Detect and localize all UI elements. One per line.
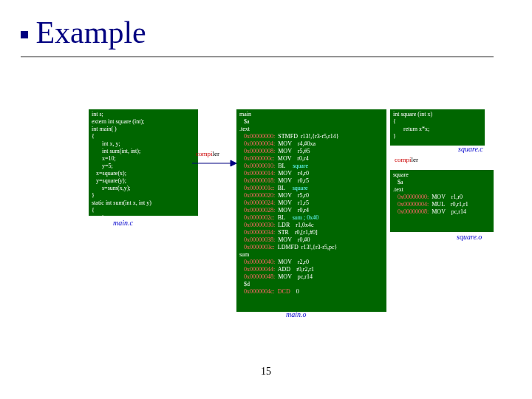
source-square-c: int square (int x) { return x*x; } xyxy=(390,109,485,146)
title-underline xyxy=(21,55,494,57)
source-main-c: int s; extern int square (int); int main… xyxy=(89,109,198,216)
slide-title: Example xyxy=(35,16,146,50)
label-main-o: main.o xyxy=(286,310,307,318)
compiler-arrow-icon xyxy=(192,159,236,168)
label-square-c: square.c xyxy=(458,145,483,153)
compiler-label-2: compiler xyxy=(395,156,418,163)
assembly-main-o: main $a .text 0x00000000: STMFD r13!,{r3… xyxy=(236,109,386,312)
title-bar: Example xyxy=(21,15,511,66)
slide: Example int s; extern int square (int); … xyxy=(0,0,532,399)
svg-marker-1 xyxy=(231,160,236,166)
label-main-c: main.c xyxy=(113,219,133,227)
label-square-o: square.o xyxy=(457,233,482,241)
assembly-square-o: square $a .text 0x00000000: MOV r1,r0 0x… xyxy=(390,170,494,232)
title-bullet-icon xyxy=(21,31,28,38)
code-text: int square (int x) { return x*x; } xyxy=(393,111,432,140)
page-number: 15 xyxy=(0,366,532,378)
compiler-label-1: compiler xyxy=(196,150,219,157)
